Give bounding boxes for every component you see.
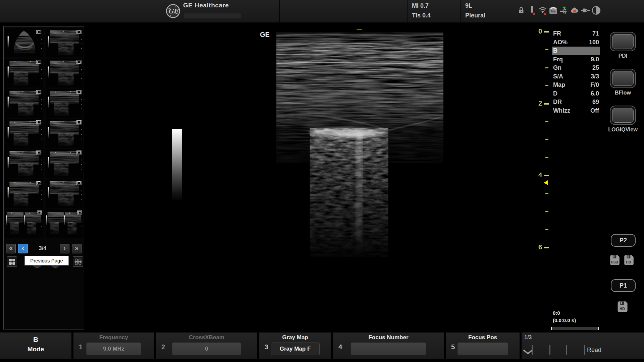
thumbnail[interactable]: [46, 179, 83, 208]
depth-tick-minor: [545, 211, 548, 212]
depth-label: 4: [534, 171, 542, 179]
first-page-button[interactable]: «: [6, 244, 16, 253]
thumbnail[interactable]: [5, 89, 43, 118]
param-list: FR71AO%100BFrq9.0Gn25S/A3/3MapF/0D6.0DR6…: [552, 29, 600, 115]
param-row: S/A3/3: [552, 72, 600, 81]
logiqview-label: LOGIQView: [596, 127, 644, 133]
thumbnail[interactable]: [46, 209, 83, 238]
soft-control-focus-pos: 5Focus Pos: [446, 333, 520, 359]
soft-control-value[interactable]: 9.0 MHz: [86, 343, 141, 355]
thumbnail[interactable]: [46, 149, 83, 178]
depth-tick-minor: [545, 139, 548, 140]
grayscale-bar: [172, 129, 182, 200]
depth-tick-major: [544, 175, 549, 176]
compare-icon: [74, 258, 82, 266]
thumbnail[interactable]: [46, 28, 83, 57]
read-status: Read: [587, 347, 601, 354]
param-row: WhizzOff: [552, 107, 600, 115]
rotary-tick: [584, 345, 585, 355]
divider: [408, 0, 408, 22]
power-plug-icon: [581, 5, 590, 16]
ultrasound-screen: GE GE Healthcare MI 0.7 TIs 0.4 9L Pleur…: [0, 0, 644, 362]
rotary-tick: [566, 345, 567, 355]
svg-text:USB: USB: [611, 260, 618, 264]
depth-label: 0: [534, 27, 542, 35]
next-page-button[interactable]: ›: [60, 244, 69, 253]
thumbnail[interactable]: [5, 149, 43, 178]
clipboard-sidebar: « ‹ 3/4 › » Previous Page: [3, 26, 84, 329]
soft-control-gray-map: 3Gray MapGray Map F: [259, 333, 331, 359]
usb-transfer-icon: [559, 5, 569, 16]
pdi-button[interactable]: [610, 32, 636, 51]
softmenu-bar: B Mode 1Frequency9.0 MHz2CrossXBeam03Gra…: [0, 333, 644, 359]
depth-ruler: 0246: [534, 0, 551, 362]
param-row: DR69: [552, 98, 600, 107]
soft-control-value[interactable]: [458, 343, 508, 355]
mi-readout: MI 0.7: [412, 2, 429, 9]
param-row: FR71: [552, 29, 600, 38]
pdi-label: PDI: [596, 53, 644, 59]
cloud-error-icon: [570, 5, 579, 16]
thumbnail[interactable]: [5, 59, 43, 87]
last-page-button[interactable]: »: [72, 244, 82, 253]
param-row: D6.0: [552, 89, 600, 98]
thumbnail[interactable]: [46, 119, 83, 148]
depth-tick-minor: [545, 157, 548, 158]
depth-tick-major: [544, 31, 549, 33]
depth-tick-minor: [545, 121, 548, 122]
contrast-icon: [592, 5, 601, 16]
thumbnail[interactable]: [46, 59, 83, 87]
logiqview-button[interactable]: [610, 106, 636, 125]
soft-control-focus-number: 4Focus Number: [333, 333, 444, 359]
rotary-tick: [549, 345, 550, 355]
preset-name: Pleural: [465, 12, 485, 19]
status-icon-tray: GE: [517, 5, 601, 16]
thumbnail[interactable]: [46, 89, 83, 118]
rotary-tick: [532, 345, 533, 355]
ge-logo: GE: [166, 4, 180, 18]
thumbnail[interactable]: [5, 179, 43, 208]
divider: [279, 0, 280, 22]
thumbnail[interactable]: [5, 209, 43, 238]
soft-control-value[interactable]: 0: [172, 343, 241, 355]
svg-text:HD: HD: [626, 260, 631, 264]
redacted-text: [184, 13, 241, 18]
tis-readout: TIs 0.4: [412, 12, 431, 19]
prev-page-button[interactable]: ‹: [18, 244, 28, 253]
soft-control-crossxbeam: 2CrossXBeam0: [156, 333, 257, 359]
depth-tick-minor: [545, 229, 548, 230]
brand-title: GE Healthcare: [183, 2, 229, 9]
param-row: B: [552, 47, 600, 55]
depth-tick-minor: [545, 49, 548, 50]
param-row: AO%100: [552, 38, 600, 47]
divider: [461, 0, 461, 22]
save-usb-icon[interactable]: USB: [608, 254, 621, 266]
param-row: Frq9.0: [552, 55, 600, 64]
cine-timer-detail: (0.0:0.0 s): [553, 317, 576, 323]
tooltip: Previous Page: [24, 256, 69, 265]
softmenu-tail: 1/3 Read: [522, 333, 644, 359]
bflow-button[interactable]: [610, 69, 636, 88]
compare-view-button[interactable]: [73, 256, 83, 267]
focus-marker-icon: [544, 180, 548, 185]
p2-button[interactable]: P2: [611, 234, 636, 247]
cine-timer: 0:0: [553, 310, 560, 316]
thumbnail[interactable]: [5, 28, 43, 57]
grid-view-button[interactable]: [7, 256, 17, 267]
thumbnail[interactable]: [5, 119, 43, 148]
softmenu-page-indicator: 1/3: [524, 335, 532, 341]
p1-button[interactable]: P1: [611, 279, 636, 292]
soft-control-value[interactable]: Gray Map F: [271, 343, 320, 355]
soft-control-value[interactable]: [351, 343, 426, 355]
depth-tick-major: [544, 103, 549, 105]
depth-tick-minor: [545, 67, 548, 68]
page-indicator: 3/4: [28, 245, 57, 252]
grid-icon: [8, 258, 16, 265]
cine-progress-bar[interactable]: [551, 327, 599, 330]
save-hd2-icon[interactable]: HD: [616, 300, 629, 313]
depth-tick-minor: [545, 193, 548, 194]
depth-label: 6: [534, 243, 542, 251]
image-watermark: GE: [260, 31, 270, 39]
save-hd-icon[interactable]: HD: [623, 254, 635, 266]
sidebar-toolbar: Previous Page: [4, 256, 84, 268]
